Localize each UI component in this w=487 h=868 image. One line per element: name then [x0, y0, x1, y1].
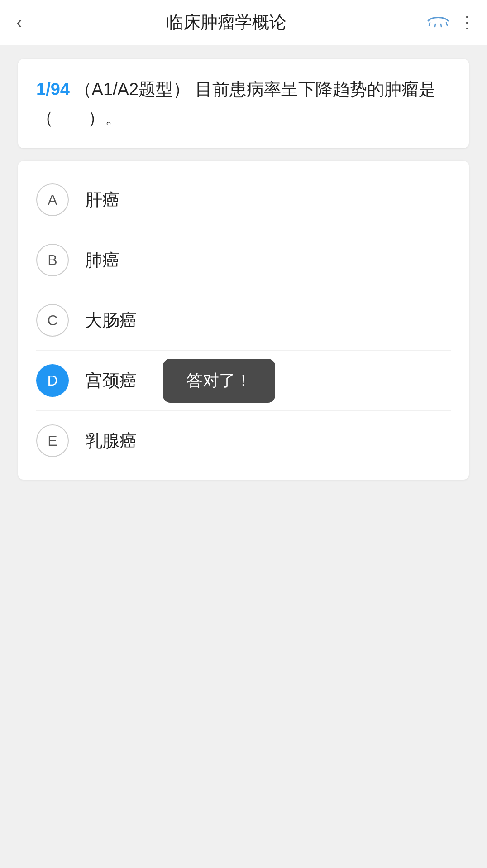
option-a-label: 肝癌 — [85, 188, 119, 212]
option-a-circle: A — [36, 183, 69, 216]
option-b-label: 肺癌 — [85, 249, 119, 272]
toast-message: 答对了！ — [163, 359, 275, 403]
option-b[interactable]: B 肺癌 — [36, 230, 451, 290]
question-type: （A1/A2题型） — [75, 80, 191, 99]
option-c-circle: C — [36, 304, 69, 337]
option-d-circle: D — [36, 364, 69, 397]
toolbar: ‹ 临床肿瘤学概论 ⋮ — [0, 0, 487, 45]
option-d-label: 宫颈癌 — [85, 369, 137, 392]
question-number: 1/94 — [36, 80, 70, 99]
option-c-label: 大肠癌 — [85, 309, 137, 332]
option-a[interactable]: A 肝癌 — [36, 170, 451, 230]
option-d[interactable]: D 宫颈癌 答对了！ — [36, 351, 451, 411]
question-card: 1/94 （A1/A2题型） 目前患病率呈下降趋势的肿瘤是（ ）。 — [18, 59, 469, 148]
eye-icon[interactable] — [426, 14, 450, 31]
main-content: 1/94 （A1/A2题型） 目前患病率呈下降趋势的肿瘤是（ ）。 A 肝癌 B… — [0, 45, 487, 493]
option-b-circle: B — [36, 244, 69, 276]
options-card: A 肝癌 B 肺癌 C 大肠癌 D 宫颈癌 答对了！ E — [18, 161, 469, 480]
option-e-label: 乳腺癌 — [85, 429, 137, 453]
more-menu-button[interactable]: ⋮ — [459, 13, 474, 32]
toolbar-icons: ⋮ — [426, 13, 474, 32]
back-button[interactable]: ‹ — [13, 9, 26, 36]
option-e-circle: E — [36, 424, 69, 457]
question-text: 1/94 （A1/A2题型） 目前患病率呈下降趋势的肿瘤是（ ）。 — [36, 75, 451, 132]
page-title: 临床肿瘤学概论 — [26, 11, 426, 34]
option-c[interactable]: C 大肠癌 — [36, 290, 451, 351]
option-e[interactable]: E 乳腺癌 — [36, 411, 451, 471]
phone-container: ‹ 临床肿瘤学概论 ⋮ 1/94 （A1/A2题型） 目前患病率呈下 — [0, 0, 487, 868]
